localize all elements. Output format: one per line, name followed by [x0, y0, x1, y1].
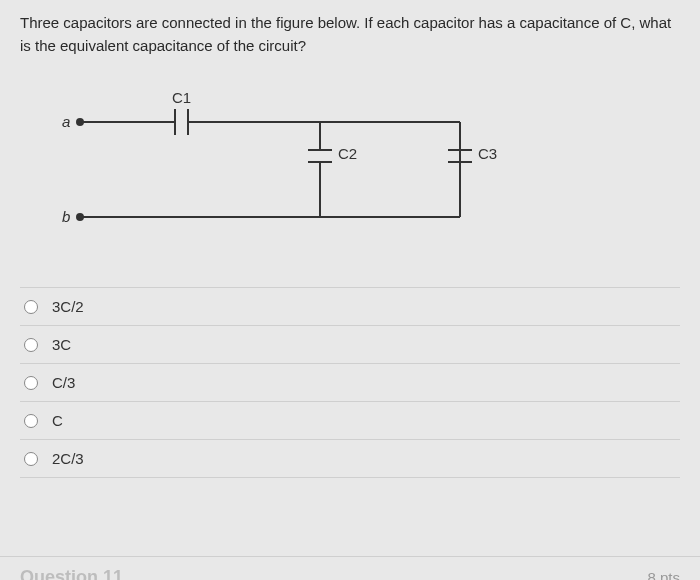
option-label: 2C/3 [52, 450, 84, 467]
option-row[interactable]: 3C/2 [20, 287, 680, 325]
node-b-label: b [62, 208, 70, 225]
radio-icon[interactable] [24, 452, 38, 466]
c1-label: C1 [172, 89, 191, 106]
radio-icon[interactable] [24, 300, 38, 314]
svg-point-14 [77, 214, 83, 220]
node-a-label: a [62, 113, 70, 130]
option-row[interactable]: 2C/3 [20, 439, 680, 478]
circuit-diagram: a b C1 C2 C3 [60, 87, 540, 257]
c2-label: C2 [338, 145, 357, 162]
radio-icon[interactable] [24, 414, 38, 428]
option-label: 3C [52, 336, 71, 353]
radio-icon[interactable] [24, 376, 38, 390]
svg-point-0 [77, 119, 83, 125]
footer: Question 11 8 pts [0, 556, 700, 580]
radio-icon[interactable] [24, 338, 38, 352]
option-row[interactable]: C [20, 401, 680, 439]
option-label: 3C/2 [52, 298, 84, 315]
option-label: C/3 [52, 374, 75, 391]
option-row[interactable]: 3C [20, 325, 680, 363]
options-list: 3C/2 3C C/3 C 2C/3 [20, 287, 680, 478]
points-label: 8 pts [647, 569, 680, 580]
next-question-label: Question 11 [20, 567, 123, 580]
question-text: Three capacitors are connected in the fi… [20, 12, 680, 57]
c3-label: C3 [478, 145, 497, 162]
option-label: C [52, 412, 63, 429]
option-row[interactable]: C/3 [20, 363, 680, 401]
